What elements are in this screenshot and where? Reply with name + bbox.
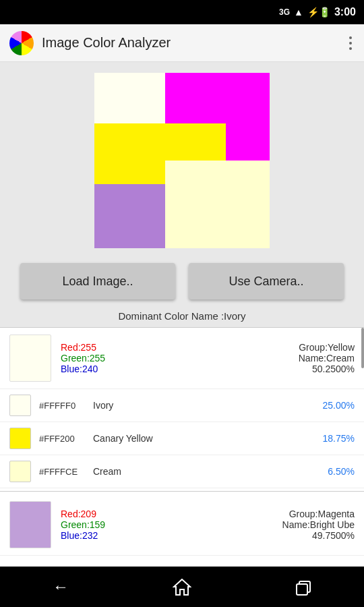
load-image-button[interactable]: Load Image.. [20,263,175,299]
hex-2: #FFFFCE [39,467,93,477]
group-info-2: Group:Magenta Name:Bright Ube 49.7500% [282,509,355,541]
percentage-label-2: 49.7500% [282,530,355,541]
swatch-2 [9,461,31,482]
green-value-1: Green:255 [61,353,299,364]
group-label-1: Group:Yellow [299,342,355,353]
expanded-color-entry-2: Red:209 Green:159 Blue:232 Group:Magenta… [0,494,364,556]
use-camera-button[interactable]: Use Camera.. [189,263,344,299]
expanded-swatch-2 [9,501,51,548]
back-icon: ← [53,577,69,596]
app-title: Image Color Analyzer [42,35,346,51]
scroll-indicator [361,328,364,368]
home-button[interactable] [162,572,202,602]
rgb-info-1: Red:255 Green:255 Blue:240 [61,342,299,374]
color-row-1[interactable]: #FFF200 Canary Yellow 18.75% [0,422,364,455]
blue-value-2: Blue:232 [61,530,282,541]
battery-icon: ⚡🔋 [307,7,330,18]
group-info-1: Group:Yellow Name:Cream 50.2500% [299,342,355,374]
menu-dot-2 [349,42,352,45]
name-label-1: Name:Cream [299,353,355,364]
swatch-0 [9,395,31,416]
home-icon [173,577,191,596]
results-area[interactable]: Red:255 Green:255 Blue:240 Group:Yellow … [0,327,364,567]
swatch-1 [9,428,31,449]
rgb-info-2: Red:209 Green:159 Blue:232 [61,509,282,541]
app-logo-icon [9,31,34,55]
red-value-1: Red:255 [61,342,299,353]
overflow-menu-icon[interactable] [346,34,355,53]
red-value-2: Red:209 [61,509,282,519]
hex-1: #FFF200 [39,434,93,444]
divider [0,491,364,492]
group-label-2: Group:Magenta [282,509,355,519]
menu-dot-1 [349,36,352,39]
signal-indicator: 3G [279,7,290,17]
color-name-0: Ivory [93,400,323,411]
color-row-0[interactable]: #FFFFF0 Ivory 25.00% [0,389,364,422]
name-label-2: Name:Bright Ube [282,519,355,530]
color-pct-2: 6.50% [328,466,355,477]
buttons-row: Load Image.. Use Camera.. [0,255,364,308]
menu-dot-3 [349,47,352,50]
color-row-2[interactable]: #FFFFCE Cream 6.50% [0,455,364,488]
svg-marker-0 [174,579,190,595]
expanded-swatch-1 [9,335,51,382]
status-bar: 3G ▲ ⚡🔋 3:00 [0,0,364,24]
back-button[interactable]: ← [40,572,81,602]
green-value-2: Green:159 [61,519,282,530]
svg-rect-2 [297,584,307,595]
clock: 3:00 [334,6,356,18]
color-pct-0: 25.00% [323,400,355,411]
expanded-color-entry-1: Red:255 Green:255 Blue:240 Group:Yellow … [0,328,364,389]
recent-apps-icon [294,577,313,596]
hex-0: #FFFFF0 [39,401,93,411]
blue-value-1: Blue:240 [61,364,299,374]
signal-bars: ▲ [294,7,303,18]
app-bar: Image Color Analyzer [0,24,364,62]
dominant-color-label: Dominant Color Name :Ivory [0,308,364,327]
image-preview [0,62,364,255]
color-name-1: Canary Yellow [93,433,323,444]
recent-apps-button[interactable] [283,572,324,602]
color-name-2: Cream [93,466,328,477]
color-image [94,73,270,248]
nav-bar: ← [0,567,364,607]
percentage-label-1: 50.2500% [299,364,355,374]
color-pct-1: 18.75% [323,433,355,444]
main-content: Load Image.. Use Camera.. Dominant Color… [0,62,364,567]
color-block-cream-bottomright [165,161,270,248]
